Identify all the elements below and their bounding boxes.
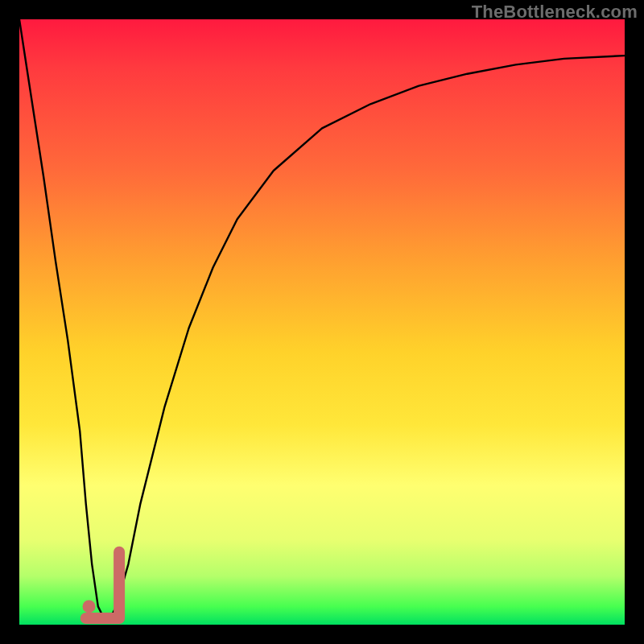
selected-marker-dot [83,600,96,613]
bottleneck-curve-path [19,19,625,619]
watermark-text: TheBottleneck.com [472,2,638,23]
plot-area [19,19,625,625]
curve-layer [19,19,625,625]
chart-frame: TheBottleneck.com [0,0,644,644]
